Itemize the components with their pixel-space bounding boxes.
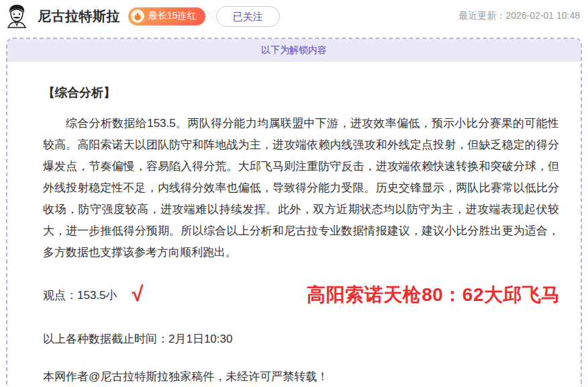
data-deadline-line: 以上各种数据截止时间：2月1日10:30 [43, 331, 560, 347]
viewpoint-text: 观点：153.5小 [43, 288, 117, 303]
streak-badge: 最长15连红 [128, 7, 205, 26]
unlock-banner: 以下为解锁内容 [7, 39, 581, 62]
author-avatar[interactable] [4, 3, 30, 29]
unlocked-content-box: 以下为解锁内容 【综合分析】 综合分析数据给153.5。两队得分能力均属联盟中下… [6, 38, 582, 387]
analysis-heading: 【综合分析】 [43, 85, 560, 101]
last-update-time: 最近更新：2026-02-01 10:48 [458, 10, 580, 22]
red-checkmark-icon: √ [132, 284, 144, 304]
flame-icon [131, 9, 144, 23]
copyright-line: 本网作者@尼古拉特斯拉独家稿件，未经许可严禁转载！ [43, 369, 560, 384]
viewpoint-row: 观点：153.5小 √ 高阳索诺天枪80：62大邱飞马 [43, 281, 560, 309]
author-name: 尼古拉特斯拉 [38, 7, 120, 26]
analysis-paragraph: 综合分析数据给153.5。两队得分能力均属联盟中下游，进攻效率偏低，预示小比分赛… [43, 113, 560, 263]
streak-badge-label: 最长15连红 [148, 10, 197, 22]
author-header: 尼古拉特斯拉 最长15连红 已关注 最近更新：2026-02-01 10:48 [0, 0, 588, 32]
analysis-content: 【综合分析】 综合分析数据给153.5。两队得分能力均属联盟中下游，进攻效率偏低… [7, 62, 581, 387]
portrait-icon [4, 3, 30, 29]
followed-button[interactable]: 已关注 [216, 6, 280, 27]
final-score-text: 高阳索诺天枪80：62大邱飞马 [307, 282, 560, 308]
